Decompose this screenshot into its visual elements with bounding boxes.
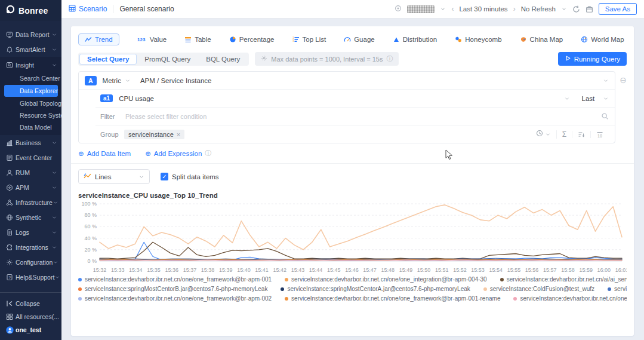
time-shift-tool[interactable] <box>531 130 556 139</box>
sort-icon[interactable] <box>572 131 590 138</box>
legend-item[interactable]: serviceInstance:springMostCentorA.jar@ce… <box>281 286 470 292</box>
tab-value[interactable]: 123 Value <box>137 34 167 45</box>
sidebar-item-insight[interactable]: Insight <box>0 57 61 72</box>
query-tab-promql-query[interactable]: PromQL Query <box>137 54 198 65</box>
archive-icon[interactable] <box>586 5 593 13</box>
chevron-down-icon[interactable] <box>603 78 609 84</box>
search-icon[interactable] <box>601 112 609 120</box>
legend-item[interactable]: serviceInstance:devharbor.ibr.net.cn/one… <box>285 276 487 283</box>
legend-item[interactable]: serviceInstance:springMostCentorB.jar@ce… <box>78 286 267 292</box>
sidebar-item-data-report[interactable]: Data Report <box>0 27 61 42</box>
sidebar-item-logs[interactable]: Logs <box>0 225 61 240</box>
sidebar-item-smartalert[interactable]: SmartAlert <box>0 42 61 57</box>
split-data-toggle[interactable]: ✓ Split data items <box>161 173 219 180</box>
brand-logo[interactable]: Bonree <box>0 0 61 21</box>
query-settings-pill[interactable]: Max data points = 1000, Interval = 15s ⓘ <box>255 52 399 66</box>
chart-type-select[interactable]: Lines <box>78 169 150 184</box>
svg-text:15:37: 15:37 <box>183 267 197 273</box>
sidebar-footer-all-resources[interactable]: All resources(... <box>0 310 61 323</box>
sidebar-footer-label: one_test <box>16 326 41 333</box>
legend-row: serviceInstance:springMostCentorB.jar@ce… <box>78 286 627 292</box>
run-query-button[interactable]: Running Query <box>558 52 627 66</box>
legend-dot <box>513 297 517 301</box>
sidebar-item-apm[interactable]: APM <box>0 180 61 195</box>
refresh-mode-selector[interactable]: No Refresh <box>521 5 556 13</box>
sidebar-item-data-explorer[interactable]: Data Explorer <box>4 85 58 97</box>
masked-text[interactable] <box>407 5 435 13</box>
gauge-icon <box>344 36 351 43</box>
tab-top-list[interactable]: 123 Top List <box>292 34 326 45</box>
sidebar-item-business[interactable]: Business <box>0 135 61 150</box>
trend-chart[interactable]: 100 %80 %60 %40 %20 %0 %15:3215:3315:341… <box>78 200 627 273</box>
sidebar-item-help-support[interactable]: ? Help&Support <box>0 269 61 284</box>
sidebar-item-synthetic[interactable]: Synthetic <box>0 210 61 225</box>
refresh-icon[interactable] <box>572 5 580 13</box>
topbar-left: Scenario General scenario <box>69 5 174 14</box>
legend-item[interactable]: serviceInstance:devharbor.ibr.net.cn/one… <box>78 295 272 302</box>
sidebar-item-configuration[interactable]: Configuration <box>0 255 61 269</box>
chevron-down-icon[interactable] <box>561 6 567 12</box>
close-icon[interactable]: × <box>177 131 180 138</box>
legend-label: serviceInstance:ColdFusion@test_wufz <box>490 286 594 292</box>
group-tag[interactable]: serviceinstance × <box>124 130 184 139</box>
save-as-button[interactable]: Save As <box>599 3 637 15</box>
chevron-down-icon[interactable] <box>564 96 570 102</box>
topbar-right: ‹ Last 30 minutes › No Refresh Save As <box>395 3 637 15</box>
time-range-selector[interactable]: Last 30 minutes <box>459 5 507 13</box>
tab-table[interactable]: Table <box>184 34 211 45</box>
remove-query-icon[interactable]: ⊖ <box>620 76 627 84</box>
group-tools: Σ 10 <box>531 130 609 139</box>
legend-item[interactable]: serviceInstance:devharbor.ibr.net.cn/ai/… <box>500 276 627 283</box>
chevron-down-icon[interactable] <box>440 6 446 12</box>
filter-input[interactable] <box>124 112 601 121</box>
sigma-icon[interactable]: Σ <box>556 130 572 139</box>
add-expression-button[interactable]: ⊕ Add Expression ⓘ <box>145 149 211 158</box>
metric-type-select[interactable]: Metric <box>103 77 121 84</box>
sidebar-item-integrations[interactable]: Integrations <box>0 240 61 255</box>
legend-item[interactable]: serviceInstance:devharbor.ibr.net.cn/ai/… <box>608 286 627 292</box>
checkbox-checked-icon[interactable]: ✓ <box>161 173 168 180</box>
time-forward-arrow[interactable]: › <box>513 5 516 13</box>
tab-world-map[interactable]: World Map <box>581 34 624 45</box>
legend-row: serviceInstance:devharbor.ibr.net.cn/one… <box>78 295 627 302</box>
sidebar-item-label: Insight <box>16 62 34 69</box>
sidebar-item-data-model[interactable]: Data Model <box>0 121 61 133</box>
avatar-icon <box>6 326 16 334</box>
sidebar-item-event-center[interactable]: Event Center <box>0 150 61 165</box>
content-area: Trend123 Value Table Percentage123 Top L… <box>61 19 644 340</box>
sidebar-footer-one-test[interactable]: one_test <box>0 323 61 336</box>
sidebar-item-global-topology[interactable]: Global Topology <box>0 97 61 109</box>
legend-item[interactable]: serviceInstance:ColdFusion@test_wufz <box>483 286 594 292</box>
time-back-arrow[interactable]: ‹ <box>451 5 454 13</box>
svg-text:15:55: 15:55 <box>507 267 521 273</box>
add-data-item-label: Add Data Item <box>87 150 131 157</box>
sidebar-item-label: Business <box>16 139 41 146</box>
query-tab-select-query[interactable]: Select Query <box>79 54 137 65</box>
metric-source-select[interactable]: APM / Service Instance <box>140 77 212 84</box>
topn-icon[interactable]: 10 <box>590 131 609 138</box>
svg-text:15:38: 15:38 <box>201 267 215 273</box>
tab-guage[interactable]: Guage <box>344 34 375 45</box>
sidebar-footer-label: All resources(... <box>16 313 59 320</box>
query-tab-bql-query[interactable]: BQL Query <box>198 54 248 65</box>
svg-text:3: 3 <box>292 39 294 42</box>
tab-trend[interactable]: Trend <box>78 33 119 45</box>
chevron-down-icon[interactable] <box>603 96 609 102</box>
legend-item[interactable]: serviceInstance:devharbor.ibr.net.cn/one… <box>513 295 627 302</box>
tab-honeycomb[interactable]: Honeycomb <box>455 34 501 45</box>
sidebar-item-rum[interactable]: RUM <box>0 165 61 180</box>
legend-item[interactable]: serviceInstance:devharbor.ibr.net.cn/one… <box>78 276 272 283</box>
sidebar-item-resource-system[interactable]: Resource System <box>0 109 61 121</box>
sidebar-item-infrastructure[interactable]: Infrastructure <box>0 195 61 210</box>
scenario-nav[interactable]: Scenario <box>69 5 107 14</box>
sidebar-item-search-center[interactable]: Search Center <box>0 72 61 84</box>
tab-china-map[interactable]: China Map <box>520 34 563 45</box>
legend-item[interactable]: serviceInstance:devharbor.ibr.net.cn/one… <box>285 295 500 302</box>
aggregation-select[interactable]: Last <box>582 95 595 102</box>
metric-name-select[interactable]: CPU usage <box>119 95 154 102</box>
sidebar-footer-collapse[interactable]: Collapse <box>0 297 61 310</box>
tab-percentage[interactable]: Percentage <box>229 34 275 45</box>
add-data-item-button[interactable]: ⊕ Add Data Item <box>78 149 131 158</box>
tab-distribution[interactable]: Distribution <box>393 34 437 45</box>
svg-text:15:46: 15:46 <box>345 267 359 273</box>
